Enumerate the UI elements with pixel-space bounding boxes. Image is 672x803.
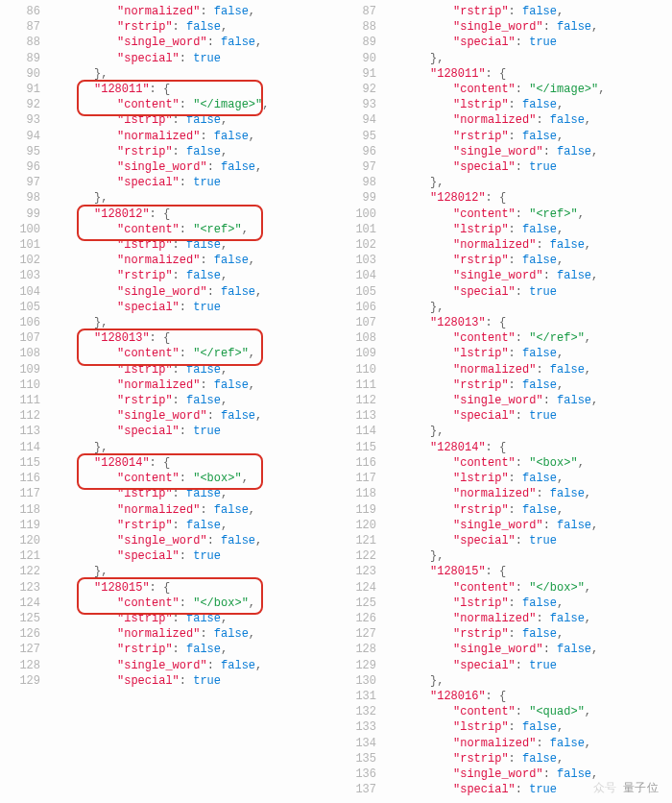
code-line: 100"content": "<ref>",: [0, 222, 336, 237]
line-number: 97: [0, 175, 50, 190]
line-number: 88: [336, 19, 386, 35]
code-line: 119"rstrip": false,: [0, 518, 336, 533]
line-number: 127: [0, 642, 50, 657]
code-content: "rstrip": false,: [386, 751, 564, 766]
code-line: 96"single_word": false,: [336, 144, 672, 159]
line-number: 112: [336, 393, 386, 408]
line-number: 120: [336, 518, 386, 533]
line-number: 133: [336, 719, 386, 735]
line-number: 111: [0, 393, 50, 408]
code-content: "normalized": false,: [50, 253, 255, 268]
line-number: 115: [336, 440, 386, 455]
line-number: 92: [336, 82, 386, 97]
code-content: "rstrip": false,: [386, 129, 564, 144]
code-content: },: [386, 673, 444, 689]
code-line: 110"normalized": false,: [336, 362, 672, 377]
code-line: 117"lstrip": false,: [336, 471, 672, 486]
code-content: "lstrip": false,: [386, 471, 564, 486]
line-number: 94: [0, 129, 50, 144]
line-number: 134: [336, 736, 386, 751]
code-content: "rstrip": false,: [50, 393, 228, 408]
line-number: 103: [0, 268, 50, 283]
code-line: 91"128011": {: [336, 66, 672, 82]
code-content: "lstrip": false,: [50, 611, 228, 626]
code-content: },: [50, 66, 108, 82]
code-line: 135"rstrip": false,: [336, 751, 672, 766]
line-number: 107: [0, 330, 50, 346]
code-content: "content": "</box>",: [386, 580, 591, 596]
code-line: 128"single_word": false,: [336, 642, 672, 657]
code-content: "content": "</box>",: [50, 596, 255, 611]
line-number: 114: [336, 424, 386, 439]
code-content: "normalized": false,: [386, 362, 591, 377]
code-content: "single_word": false,: [50, 408, 262, 424]
code-line: 92"content": "</image>",: [0, 97, 336, 112]
code-content: "128013": {: [386, 315, 506, 330]
line-number: 108: [0, 346, 50, 361]
code-line: 103"rstrip": false,: [0, 268, 336, 283]
line-number: 132: [336, 704, 386, 719]
code-line: 86"normalized": false,: [0, 4, 336, 19]
line-number: 98: [0, 190, 50, 206]
code-content: "lstrip": false,: [50, 112, 228, 128]
code-line: 127"rstrip": false,: [0, 642, 336, 657]
code-content: "single_word": false,: [386, 268, 598, 283]
code-line: 118"normalized": false,: [336, 486, 672, 501]
line-number: 101: [0, 237, 50, 253]
line-number: 122: [0, 564, 50, 579]
code-line: 99"128012": {: [0, 207, 336, 222]
code-content: "special": true: [50, 424, 221, 439]
code-line: 101"lstrip": false,: [0, 237, 336, 253]
code-content: "lstrip": false,: [50, 237, 228, 253]
line-number: 109: [0, 362, 50, 377]
code-line: 100"content": "<ref>",: [336, 207, 672, 222]
line-number: 118: [336, 486, 386, 501]
watermark-prefix: 众号: [593, 780, 617, 795]
code-content: "rstrip": false,: [386, 377, 564, 393]
code-content: "rstrip": false,: [50, 518, 228, 533]
code-line: 104"single_word": false,: [0, 284, 336, 300]
code-line: 89"special": true: [0, 51, 336, 66]
code-line: 116"content": "<box>",: [0, 471, 336, 486]
code-content: "special": true: [386, 159, 557, 175]
line-number: 95: [0, 144, 50, 159]
code-line: 113"special": true: [336, 408, 672, 424]
line-number: 113: [0, 424, 50, 439]
code-content: "single_word": false,: [50, 159, 262, 175]
code-content: "content": "</image>",: [50, 97, 269, 112]
code-line: 92"content": "</image>",: [336, 82, 672, 97]
code-content: "special": true: [386, 533, 557, 548]
code-content: "special": true: [50, 300, 221, 315]
code-line: 132"content": "<quad>",: [336, 704, 672, 719]
code-line: 121"special": true: [0, 548, 336, 564]
code-line: 107"128013": {: [336, 315, 672, 330]
code-content: "128014": {: [386, 440, 506, 455]
line-number: 121: [336, 533, 386, 548]
code-content: "special": true: [386, 782, 557, 797]
code-line: 95"rstrip": false,: [336, 129, 672, 144]
code-content: "content": "<ref>",: [386, 207, 585, 222]
line-number: 119: [0, 518, 50, 533]
code-content: },: [386, 548, 444, 564]
line-number: 90: [336, 51, 386, 66]
code-line: 134"normalized": false,: [336, 736, 672, 751]
code-content: "normalized": false,: [386, 736, 591, 751]
code-line: 94"normalized": false,: [0, 129, 336, 144]
code-content: "single_word": false,: [386, 642, 598, 657]
code-line: 124"content": "</box>",: [0, 596, 336, 611]
code-content: "128015": {: [386, 564, 506, 579]
code-content: "content": "<box>",: [50, 471, 249, 486]
line-number: 89: [336, 35, 386, 50]
code-content: "normalized": false,: [50, 4, 255, 19]
code-content: "128012": {: [386, 190, 506, 206]
line-number: 89: [0, 51, 50, 66]
code-line: 102"normalized": false,: [0, 253, 336, 268]
code-content: "normalized": false,: [386, 486, 591, 501]
line-number: 99: [0, 207, 50, 222]
line-number: 106: [336, 300, 386, 315]
line-number: 113: [336, 408, 386, 424]
code-content: "single_word": false,: [386, 19, 598, 35]
code-content: },: [386, 175, 444, 190]
line-number: 125: [0, 611, 50, 626]
line-number: 137: [336, 782, 386, 797]
